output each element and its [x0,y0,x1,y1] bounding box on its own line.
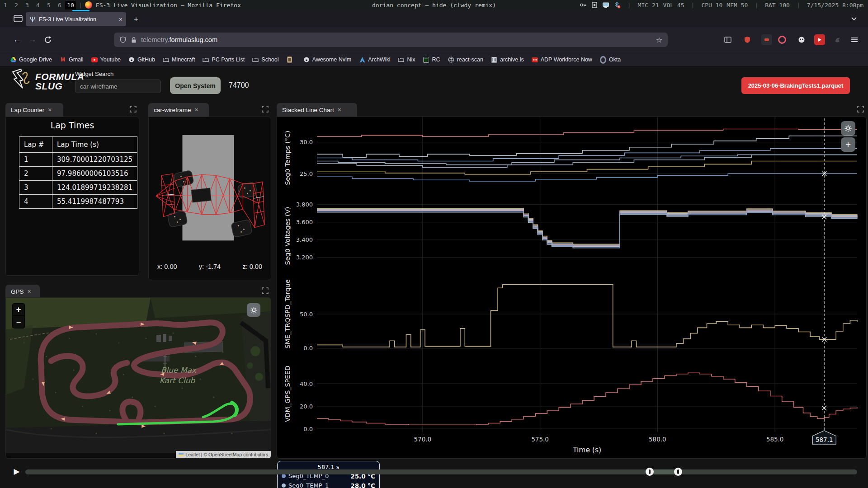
bookmark-pc-parts-list[interactable]: PC Parts List [203,56,245,63]
bookmark-card[interactable] [287,56,296,63]
car-wireframe-panel-tab[interactable]: car-wireframe × [148,103,209,117]
lock-icon[interactable] [131,37,137,43]
svg-text:30.0: 30.0 [300,139,313,145]
open-system-button[interactable]: Open System [170,77,221,94]
stacked-line-chart-panel-tab[interactable]: Stacked Line Chart × [277,103,357,117]
lap-counter-panel-tab[interactable]: Lap Counter × [5,103,63,117]
panda-extension-icon[interactable] [796,34,807,45]
close-icon[interactable]: × [338,106,341,113]
car-wireframe-3d-view[interactable] [149,117,271,280]
bookmark-adp[interactable]: ADP Workforce Now [532,56,592,63]
separator: | [691,2,695,9]
stacked-line-chart-panel[interactable]: 25.030.0Seg0 Temps (°C)3.2003.4003.6003.… [277,117,867,459]
bookmark-gmail[interactable]: MGmail [60,56,84,63]
mic-level: MIC 21 [638,2,659,9]
svg-text:40.0: 40.0 [300,380,313,387]
mouse-key-icon[interactable] [580,1,587,9]
gps-panel-tab[interactable]: GPS × [5,285,40,298]
bookmark-github[interactable]: GitHub [128,56,155,63]
gmail-icon: M [60,56,66,63]
system-status-bar: 1 2 3 4 5 6 10 | FS-3 Live Visualization… [0,0,868,10]
chart-settings-gear-button[interactable] [841,121,855,136]
ublock-shield-icon[interactable] [742,34,753,45]
url-subdomain: telemetry. [141,36,170,43]
menu-hamburger-icon[interactable] [849,34,860,45]
bookmark-youtube[interactable]: Youtube [91,56,121,63]
bookmark-school[interactable]: School [252,56,278,63]
separator: | [627,2,631,9]
tab-close-icon[interactable]: × [119,16,123,23]
workspace-3[interactable]: 3 [22,2,33,9]
bookmark-star-icon[interactable]: ☆ [656,36,662,44]
bookmark-awesome-nvim[interactable]: Awesome Nvim [303,56,352,63]
browser-tab[interactable]: FS-3 Live Visualization × [26,12,126,26]
bookmark-rc[interactable]: RC [423,56,440,63]
car-wireframe-expand-icon[interactable] [262,106,269,113]
new-tab-button[interactable]: + [130,14,142,25]
bookmark-archwiki[interactable]: ArchWiki [359,56,390,63]
map-zoom-in-button[interactable]: + [12,303,25,316]
close-icon[interactable]: × [28,288,31,295]
workspace-10-active[interactable]: 10 [65,1,76,9]
timeline-slider[interactable] [25,469,857,474]
svg-text:20.0: 20.0 [300,403,313,410]
lap-counter-expand-icon[interactable] [130,106,137,113]
extension-icon-red-ring[interactable] [777,34,788,45]
leaflet-map[interactable]: Blue Max Kart Club [6,298,271,453]
mem-usage: MEM 50 [726,2,748,9]
bookmark-archive-is[interactable]: archive.is [491,56,524,63]
map-attribution: Leaflet | © OpenStreetMap contributors [176,451,271,458]
video-extension-icon[interactable] [814,34,825,45]
bookmark-minecraft[interactable]: Minecraft [163,56,195,63]
github-icon [128,56,135,63]
forward-button[interactable]: → [26,33,39,46]
car-wireframe-panel[interactable] [148,117,271,280]
workspace-5[interactable]: 5 [43,2,54,9]
gps-map-panel[interactable]: Blue Max Kart Club + − Leaflet | © OpenS… [5,297,271,459]
folder-icon [252,56,259,63]
bookmark-react-scan[interactable]: react-scan [448,56,483,63]
close-icon[interactable]: × [48,106,52,113]
chart-expand-icon[interactable] [857,106,864,113]
workspace-6[interactable]: 6 [54,2,65,9]
shield-icon[interactable] [119,36,127,43]
display-icon[interactable] [602,1,609,9]
workspace-4[interactable]: 4 [33,2,43,9]
workspace-2[interactable]: 2 [11,2,22,9]
back-button[interactable]: ← [11,33,24,46]
bookmark-google-drive[interactable]: Google Drive [10,56,52,63]
parquet-file-button[interactable]: 2025-03-06-BrakingTests1.parquet [741,77,850,94]
stacked-line-chart[interactable]: 25.030.0Seg0 Temps (°C)3.2003.4003.6003.… [277,117,867,459]
site-favicon [29,16,36,23]
play-button[interactable]: ▶ [11,466,23,478]
window-title: FS-3 Live Visualization — Mozilla Firefo… [96,2,241,9]
timeline-start-handle[interactable] [646,468,654,476]
bluetooth-disabled-icon[interactable] [613,1,621,9]
map-zoom-out-button[interactable]: − [12,316,25,328]
sidebar-toggle-icon[interactable] [722,34,733,45]
okta-icon [600,56,606,63]
workspace-1[interactable]: 1 [0,2,11,9]
reload-icon[interactable] [43,35,52,44]
gps-expand-icon[interactable] [262,287,269,294]
list-all-tabs-chevron-icon[interactable] [849,15,859,23]
column-header-lap: Lap # [19,137,52,153]
map-settings-gear-button[interactable] [247,303,260,317]
close-icon[interactable]: × [195,106,198,113]
chart-add-button[interactable]: + [841,137,855,152]
firefox-view-icon[interactable] [13,14,24,23]
url-bar[interactable]: telemetry.formulaslug.com ☆ [114,33,668,47]
formula-slug-logo-mark [11,68,32,94]
bookmark-okta[interactable]: Okta [600,56,621,63]
svg-text:587.1: 587.1 [816,436,833,443]
raven-extension-icon[interactable] [832,34,843,45]
card-icon [287,56,293,63]
clipboard-icon[interactable] [591,1,598,9]
widget-search-input[interactable]: car-wireframe [75,80,161,93]
google-drive-icon [10,56,16,63]
extension-icon-dark-square[interactable] [761,34,772,45]
series-color-dot [282,483,286,488]
timeline-end-handle[interactable] [674,468,682,476]
table-row: 1309.70001220703125 [19,153,137,167]
bookmark-nix[interactable]: Nix [398,56,415,63]
